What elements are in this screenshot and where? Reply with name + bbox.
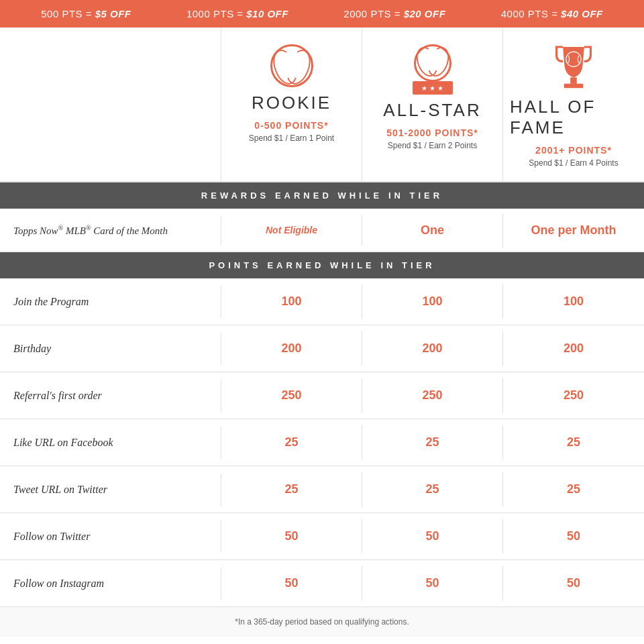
- row-follow-instagram: Follow on Instagram 50 50 50: [0, 560, 644, 607]
- tier-allstar: ★ ★ ★ ALL-STAR 501-2000 POINTS* Spend $1…: [362, 28, 503, 181]
- row-val-join-rookie: 100: [221, 284, 362, 319]
- row-val-referral-allstar: 250: [362, 378, 503, 413]
- row-val-referral-rookie: 250: [221, 378, 362, 413]
- row-val-facebook-allstar: 25: [362, 425, 503, 460]
- banner-item-3: 2000 PTS = $20 OFF: [343, 8, 445, 19]
- row-label-follow-twitter: Follow on Twitter: [0, 521, 221, 553]
- row-val-follow-instagram-allstar: 50: [362, 566, 503, 600]
- hof-points-range: 2001+ POINTS*: [535, 145, 612, 156]
- tier-header: ROOKIE 0-500 POINTS* Spend $1 / Earn 1 P…: [0, 28, 644, 182]
- row-val-follow-twitter-hof: 50: [503, 519, 644, 553]
- star-1: ★: [421, 85, 427, 92]
- row-follow-twitter: Follow on Twitter 50 50 50: [0, 513, 644, 560]
- allstar-icon-container: ★ ★ ★: [413, 44, 453, 95]
- svg-rect-0: [570, 77, 577, 84]
- row-val-facebook-hof: 25: [503, 425, 644, 460]
- hof-tier-name: HALL OF FAME: [510, 97, 637, 138]
- rewards-section-header: REWARDS EARNED WHILE IN TIER: [0, 182, 644, 209]
- row-val-follow-twitter-allstar: 50: [362, 519, 503, 553]
- allstar-stars-platform: ★ ★ ★: [413, 81, 453, 95]
- tier-rookie: ROOKIE 0-500 POINTS* Spend $1 / Earn 1 P…: [221, 28, 362, 181]
- top-banner: 500 PTS = $5 OFF 1000 PTS = $10 OFF 2000…: [0, 0, 644, 28]
- row-label-referral: Referral's first order: [0, 380, 221, 412]
- row-val-follow-instagram-rookie: 50: [221, 566, 362, 600]
- row-label-birthday: Birthday: [0, 333, 221, 365]
- rewards-allstar-value: One: [362, 213, 503, 248]
- row-val-referral-hof: 250: [503, 378, 644, 413]
- allstar-tier-name: ALL-STAR: [383, 100, 481, 121]
- trophy-icon: [552, 44, 595, 91]
- row-val-join-hof: 100: [503, 284, 644, 319]
- row-label-tweet-twitter: Tweet URL on Twitter: [0, 474, 221, 506]
- rookie-earn-rate: Spend $1 / Earn 1 Point: [249, 133, 334, 143]
- allstar-points-range: 501-2000 POINTS*: [386, 127, 478, 138]
- hof-earn-rate: Spend $1 / Earn 4 Points: [529, 158, 618, 168]
- row-referral: Referral's first order 250 250 250: [0, 372, 644, 419]
- star-2: ★: [429, 85, 435, 92]
- svg-rect-1: [564, 84, 584, 88]
- points-section-header: POINTS EARNED WHILE IN TIER: [0, 252, 644, 278]
- row-label-join: Join the Program: [0, 286, 221, 318]
- allstar-baseball-icon: [414, 44, 451, 82]
- star-3: ★: [437, 85, 443, 92]
- row-join-program: Join the Program 100 100 100: [0, 278, 644, 325]
- points-header-text: POINTS EARNED WHILE IN TIER: [7, 260, 637, 270]
- row-label-facebook: Like URL on Facebook: [0, 427, 221, 459]
- rewards-row-label: Topps Now® MLB® Card of the Month: [0, 216, 221, 245]
- row-val-join-allstar: 100: [362, 284, 503, 319]
- row-val-birthday-rookie: 200: [221, 331, 362, 366]
- row-val-tweet-rookie: 25: [221, 472, 362, 506]
- row-label-follow-instagram: Follow on Instagram: [0, 568, 221, 600]
- row-val-facebook-rookie: 25: [221, 425, 362, 460]
- banner-item-4: 4000 PTS = $40 OFF: [501, 8, 603, 19]
- rewards-hof-value: One per Month: [503, 213, 644, 248]
- banner-item-2: 1000 PTS = $10 OFF: [186, 8, 288, 19]
- rookie-tier-name: ROOKIE: [252, 93, 331, 113]
- tier-hof: HALL OF FAME 2001+ POINTS* Spend $1 / Ea…: [503, 28, 644, 181]
- footer-note-text: *In a 365-day period based on qualifying…: [235, 617, 409, 627]
- rewards-header-text: REWARDS EARNED WHILE IN TIER: [7, 191, 637, 201]
- row-val-birthday-hof: 200: [503, 331, 644, 366]
- row-val-tweet-hof: 25: [503, 472, 644, 506]
- tier-empty-cell: [0, 28, 221, 181]
- row-val-birthday-allstar: 200: [362, 331, 503, 366]
- row-val-follow-twitter-rookie: 50: [221, 519, 362, 553]
- row-val-tweet-allstar: 25: [362, 472, 503, 506]
- rewards-rookie-value: Not Eligible: [221, 215, 362, 246]
- row-tweet-twitter: Tweet URL on Twitter 25 25 25: [0, 466, 644, 513]
- allstar-earn-rate: Spend $1 / Earn 2 Points: [388, 141, 477, 150]
- rookie-points-range: 0-500 POINTS*: [254, 120, 328, 131]
- row-birthday: Birthday 200 200 200: [0, 325, 644, 372]
- rewards-row: Topps Now® MLB® Card of the Month Not El…: [0, 209, 644, 252]
- footer-note: *In a 365-day period based on qualifying…: [0, 607, 644, 637]
- banner-item-1: 500 PTS = $5 OFF: [41, 8, 131, 19]
- rookie-baseball-icon: [270, 44, 313, 87]
- row-facebook: Like URL on Facebook 25 25 25: [0, 419, 644, 466]
- row-val-follow-instagram-hof: 50: [503, 566, 644, 600]
